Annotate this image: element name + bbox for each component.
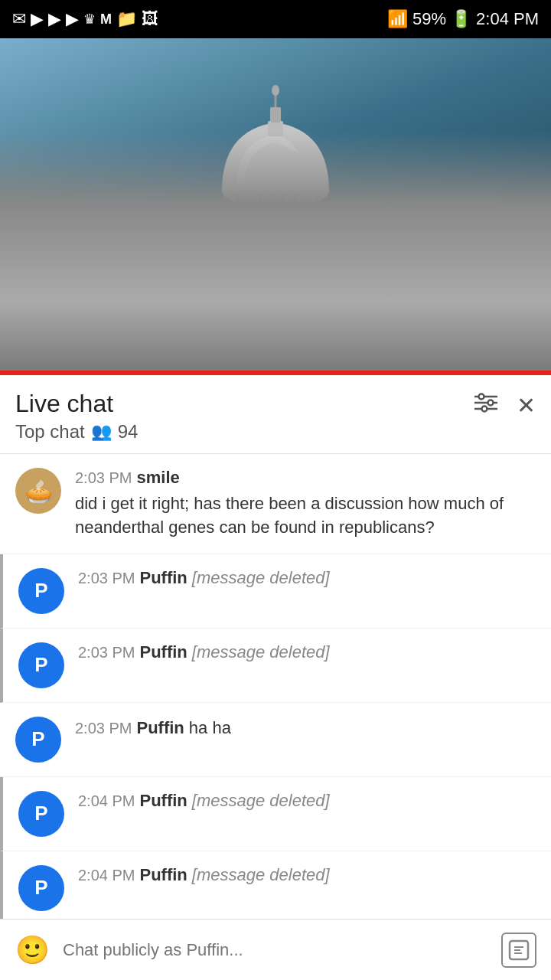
chat-messages-container: 🥧 2:03 PM smile did i get it right; has … [0, 454, 551, 980]
message-time: 2:04 PM [78, 792, 135, 810]
svg-rect-7 [270, 107, 281, 122]
close-button[interactable]: ✕ [517, 392, 536, 419]
image-icon: 🖼 [142, 9, 158, 29]
send-box-icon [501, 933, 536, 968]
message-deleted-text: [message deleted] [192, 791, 330, 811]
table-row: P 2:03 PM Puffin [message deleted] [0, 629, 551, 703]
emoji-icon: 🙂 [15, 934, 50, 966]
play-icon-2: ▶ [48, 9, 61, 29]
svg-point-22 [488, 400, 494, 406]
wifi-icon: 📶 [387, 9, 408, 29]
status-bar: ✉ ▶ ▶ ▶ ♛ M 📁 🖼 📶 59% 🔋 2:04 PM [0, 0, 551, 38]
message-inline: 2:04 PM Puffin [message deleted] [78, 791, 536, 811]
video-progress-bar[interactable] [0, 371, 551, 375]
message-inline: 2:03 PM smile did i get it right; has th… [75, 468, 536, 540]
chat-input[interactable] [63, 940, 488, 960]
building-silhouette [0, 130, 551, 375]
message-inline: 2:03 PM Puffin ha ha [75, 717, 536, 740]
avatar: 🥧 [15, 468, 61, 514]
message-deleted-text: [message deleted] [192, 865, 330, 885]
m-icon: M [100, 11, 112, 28]
send-button[interactable] [499, 930, 539, 970]
folder-icon: 📁 [116, 9, 137, 29]
message-content: 2:03 PM smile did i get it right; has th… [75, 468, 536, 540]
message-inline: 2:03 PM Puffin [message deleted] [78, 642, 536, 662]
message-inline: 2:03 PM Puffin [message deleted] [78, 568, 536, 588]
table-row: P 2:04 PM Puffin [message deleted] [0, 777, 551, 851]
time-display: 2:04 PM [476, 9, 539, 29]
message-author: Puffin [136, 718, 184, 738]
message-time: 2:03 PM [75, 720, 132, 737]
people-icon: 👥 [91, 422, 112, 442]
svg-point-21 [479, 394, 484, 400]
avatar: P [18, 791, 64, 837]
message-deleted-text: [message deleted] [192, 568, 330, 588]
live-chat-header: Live chat Top chat 👥 94 ✕ [0, 375, 551, 454]
avatar: P [18, 865, 64, 911]
table-row: P 2:04 PM Puffin [message deleted] [0, 851, 551, 926]
chat-input-bar: 🙂 [0, 919, 551, 980]
play-icon-3: ▶ [66, 9, 79, 29]
message-inline: 2:04 PM Puffin [message deleted] [78, 865, 536, 885]
table-row: P 2:03 PM Puffin [message deleted] [0, 554, 551, 629]
message-content: 2:03 PM Puffin ha ha [75, 717, 536, 740]
battery-percent: 59% [412, 9, 446, 29]
avatar: P [15, 717, 61, 763]
live-chat-title: Live chat [15, 389, 138, 418]
message-content: 2:03 PM Puffin [message deleted] [78, 642, 536, 662]
table-row: 🥧 2:03 PM smile did i get it right; has … [0, 454, 551, 554]
avatar: P [18, 642, 64, 688]
message-time: 2:04 PM [78, 867, 135, 884]
message-time: 2:03 PM [78, 570, 135, 587]
message-content: 2:04 PM Puffin [message deleted] [78, 791, 536, 811]
sms-icon: ✉ [12, 9, 26, 29]
message-author: smile [136, 468, 179, 488]
message-time: 2:03 PM [78, 644, 135, 662]
filter-icon[interactable] [474, 392, 498, 419]
video-player[interactable] [0, 38, 551, 375]
message-author: Puffin [139, 865, 187, 885]
svg-point-9 [272, 85, 279, 96]
message-author: Puffin [139, 791, 187, 811]
table-row: P 2:03 PM Puffin ha ha [0, 703, 551, 777]
live-chat-title-block: Live chat Top chat 👥 94 [15, 389, 138, 443]
avatar: P [18, 568, 64, 614]
svg-point-23 [482, 407, 487, 412]
message-content: 2:03 PM Puffin [message deleted] [78, 568, 536, 588]
message-content: 2:04 PM Puffin [message deleted] [78, 865, 536, 885]
viewer-count: 94 [118, 421, 139, 443]
status-notifications: ✉ ▶ ▶ ▶ ♛ M 📁 🖼 [12, 9, 158, 29]
emoji-button[interactable]: 🙂 [12, 930, 52, 970]
header-actions: ✕ [474, 392, 536, 419]
message-deleted-text: [message deleted] [192, 642, 330, 662]
top-chat-label[interactable]: Top chat [15, 421, 85, 443]
status-indicators: 📶 59% 🔋 2:04 PM [387, 9, 539, 29]
play-icon-1: ▶ [31, 9, 44, 29]
crown-icon: ♛ [83, 11, 96, 28]
live-chat-subtitle: Top chat 👥 94 [15, 421, 138, 443]
message-author: Puffin [139, 568, 187, 588]
message-text: did i get it right; has there been a dis… [75, 492, 536, 540]
message-text: ha ha [189, 717, 231, 740]
message-author: Puffin [139, 642, 187, 662]
battery-icon: 🔋 [451, 9, 471, 29]
message-time: 2:03 PM [75, 469, 132, 487]
